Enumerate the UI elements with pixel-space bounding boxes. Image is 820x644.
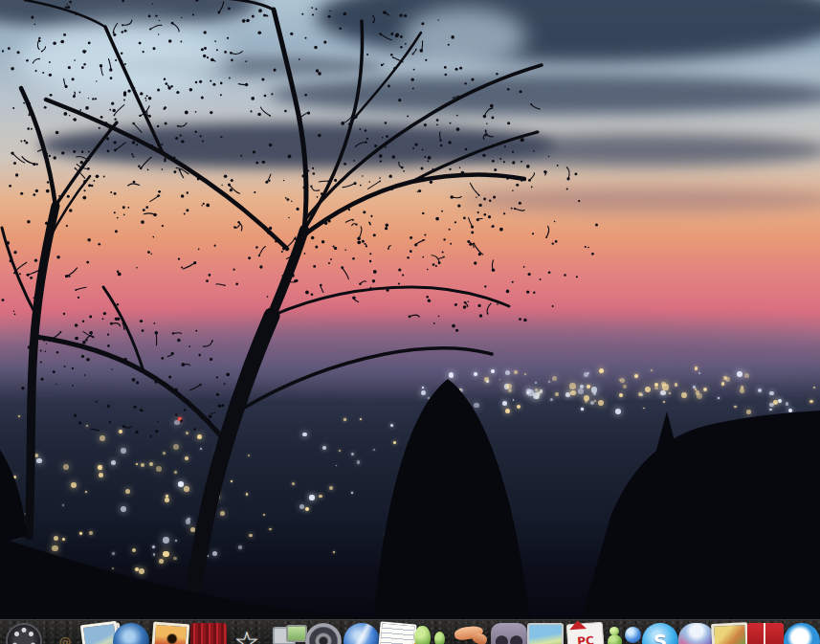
text-document-icon[interactable] [377, 621, 416, 644]
palm-photo-icon[interactable] [151, 622, 190, 644]
framed-picture-icon[interactable] [711, 622, 749, 644]
red-curtain-icon[interactable] [190, 623, 227, 644]
tree-silhouette [0, 0, 820, 644]
green-character-icon[interactable] [607, 627, 623, 644]
green-beans-icon[interactable] [414, 623, 451, 644]
star-icon-glyph: ☆ [229, 623, 265, 644]
dual-screens-icon[interactable] [272, 623, 308, 644]
desktop: @☆PCS [0, 0, 820, 644]
binoculars-icon[interactable] [491, 623, 527, 644]
star-icon[interactable]: ☆ [229, 623, 265, 644]
address-book-icon[interactable]: @ [47, 623, 83, 644]
pc-house-icon-glyph: PC [567, 623, 604, 644]
pc-house-icon[interactable]: PC [566, 622, 606, 644]
screen-photo-icon[interactable] [527, 623, 564, 644]
blue-marble-icon[interactable] [625, 627, 641, 643]
red-book-icon[interactable] [747, 623, 784, 644]
address-book-icon-glyph: @ [47, 623, 83, 644]
orange-figure-icon[interactable] [453, 623, 489, 644]
